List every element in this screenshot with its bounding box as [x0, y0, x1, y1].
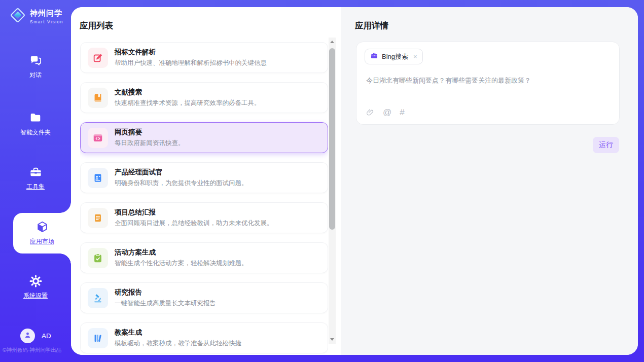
scrollbar-thumb[interactable] — [329, 48, 335, 230]
app-desc: 快速精准查找学术资源，提高研究效率的必备工具。 — [115, 99, 261, 107]
brand-subtitle: Smart Vision — [30, 19, 63, 24]
sidebar-item-folder[interactable]: 智能文件夹 — [0, 111, 71, 137]
scrollbar-up-arrow-icon[interactable] — [329, 39, 336, 45]
app-detail-title: 应用详情 — [355, 20, 388, 31]
app-desc: 每日政府新闻资讯快查。 — [115, 139, 185, 148]
folder-icon — [0, 111, 71, 125]
app-title: 产品经理面试官 — [115, 168, 248, 177]
brand-name: 神州问学 — [30, 9, 63, 18]
toolbox-icon — [0, 165, 71, 179]
app-desc: 模板驱动，教案秒成，教学准备从此轻松快捷 — [115, 339, 241, 348]
user-initials: AD — [42, 332, 51, 340]
run-button[interactable]: 运行 — [593, 137, 619, 153]
prompt-input[interactable]: 今日湖北有哪些新闻要点？有哪些需要关注的最新政策？ — [366, 76, 609, 86]
scrollbar[interactable] — [329, 38, 336, 344]
scrollbar-down-arrow-icon[interactable] — [329, 336, 336, 343]
main-content: 应用列表 招标文件解析 帮助用户快速、准确地理解和解析招标书中的关键信息 文献搜… — [71, 7, 638, 355]
app-list-panel: 应用列表 招标文件解析 帮助用户快速、准确地理解和解析招标书中的关键信息 文献搜… — [71, 7, 341, 355]
paperclip-icon[interactable] — [366, 108, 375, 117]
app-window: 神州问学 Smart Vision 对话 智能文件夹 工具集 应用市场 系统设置 — [0, 0, 644, 362]
brand-logo: 神州问学 Smart Vision — [9, 7, 63, 26]
app-desc: 帮助用户快速、准确地理解和解析招标书中的关键信息 — [115, 59, 267, 67]
doc-edit-icon — [88, 48, 108, 68]
copyright-text: ©神州数码·神州问学出品 — [3, 347, 71, 354]
app-title: 文献搜索 — [115, 88, 261, 97]
prompt-toolbar: @ # — [366, 108, 405, 117]
cube-icon — [13, 213, 71, 234]
book-icon — [88, 88, 108, 108]
sidebar-item-label: 系统设置 — [0, 292, 71, 300]
app-card[interactable]: 研究报告 一键智能生成高质量长文本研究报告 — [80, 282, 328, 313]
resume-icon — [88, 168, 108, 188]
microscope-icon — [88, 288, 108, 308]
app-title: 招标文件解析 — [115, 48, 267, 57]
clipboard-check-icon — [88, 248, 108, 268]
app-desc: 全面回顾项目进展，总结经验教训，助力未来优化发展。 — [115, 219, 273, 228]
browser-code-icon — [88, 128, 108, 148]
sidebar-item-cube[interactable]: 应用市场 — [13, 213, 71, 254]
app-card[interactable]: 项目总结汇报 全面回顾项目进展，总结经验教训，助力未来优化发展。 — [80, 202, 328, 233]
avatar — [20, 329, 35, 343]
app-card[interactable]: 产品经理面试官 明确身份和职责，为您提供专业性的面试问题。 — [80, 162, 328, 193]
sidebar-item-toolbox[interactable]: 工具集 — [0, 165, 71, 191]
app-desc: 一键智能生成高质量长文本研究报告 — [115, 299, 216, 308]
sidebar-item-label: 智能文件夹 — [0, 128, 71, 137]
app-card[interactable]: 文献搜索 快速精准查找学术资源，提高研究效率的必备工具。 — [80, 82, 328, 113]
user-avatar-icon — [23, 331, 32, 341]
briefcase-icon — [370, 52, 378, 62]
sidebar-item-label: 对话 — [0, 71, 71, 80]
app-title: 研究报告 — [115, 288, 216, 297]
app-title: 活动方案生成 — [115, 248, 248, 257]
app-detail-panel: 应用详情 Bing搜索 × 今日湖北有哪些新闻要点？有哪些需要关注的最新政 — [341, 7, 638, 355]
app-desc: 明确身份和职责，为您提供专业性的面试问题。 — [115, 179, 248, 188]
app-card[interactable]: 招标文件解析 帮助用户快速、准确地理解和解析招标书中的关键信息 — [80, 42, 328, 73]
chat-icon — [0, 53, 71, 67]
app-title: 网页摘要 — [115, 128, 185, 137]
app-card[interactable]: 网页摘要 每日政府新闻资讯快查。 — [80, 122, 328, 153]
sidebar-item-chat[interactable]: 对话 — [0, 53, 71, 80]
sidebar: 神州问学 Smart Vision 对话 智能文件夹 工具集 应用市场 系统设置 — [0, 0, 71, 362]
sidebar-item-label: 应用市场 — [13, 237, 71, 246]
app-card[interactable]: 活动方案生成 智能生成个性化活动方案，轻松解决规划难题。 — [80, 242, 328, 273]
gear-icon — [0, 274, 71, 288]
app-title: 教案生成 — [115, 328, 241, 337]
books-icon — [88, 328, 108, 348]
sidebar-item-gear[interactable]: 系统设置 — [0, 274, 71, 300]
at-icon[interactable]: @ — [383, 108, 391, 117]
tool-chip-label: Bing搜索 — [382, 52, 408, 61]
diamond-logo-icon — [9, 7, 26, 26]
user-account[interactable]: AD — [20, 329, 51, 343]
app-title: 项目总结汇报 — [115, 208, 273, 217]
chip-close-icon[interactable]: × — [413, 53, 417, 60]
notepad-icon — [88, 208, 108, 228]
sidebar-item-label: 工具集 — [0, 183, 71, 191]
app-list: 招标文件解析 帮助用户快速、准确地理解和解析招标书中的关键信息 文献搜索 快速精… — [80, 42, 328, 354]
app-desc: 智能生成个性化活动方案，轻松解决规划难题。 — [115, 259, 248, 268]
app-card[interactable]: 教案生成 模板驱动，教案秒成，教学准备从此轻松快捷 — [80, 322, 328, 353]
hash-icon[interactable]: # — [400, 108, 404, 117]
prompt-card: Bing搜索 × 今日湖北有哪些新闻要点？有哪些需要关注的最新政策？ @ # — [356, 42, 620, 125]
app-list-title: 应用列表 — [80, 20, 113, 31]
tool-chip-bing-search[interactable]: Bing搜索 × — [365, 49, 423, 64]
